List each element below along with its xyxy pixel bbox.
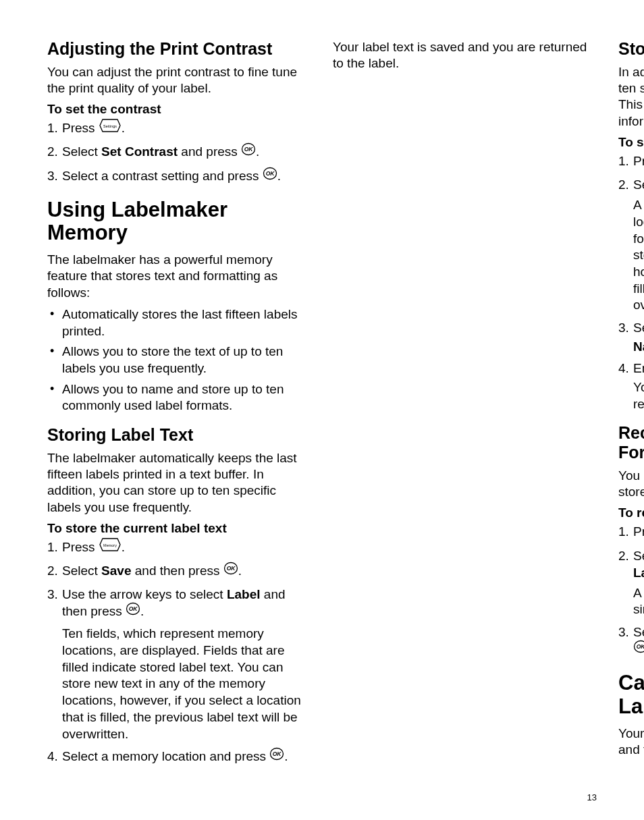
paragraph: You can easily recall labels and formats…: [618, 468, 644, 501]
step: Select a contrast setting and press OK.: [47, 167, 311, 186]
step: Select a field and press OK. The word Na…: [618, 319, 644, 355]
step: Select Save and then press OK.: [47, 562, 311, 581]
svg-text:OK: OK: [226, 565, 236, 572]
paragraph: The labelmaker automatically keeps the l…: [47, 450, 311, 516]
ok-button-icon: OK: [223, 561, 238, 580]
step: Select Recall and then Label, Format, or…: [618, 547, 644, 619]
document-page: Adjusting the Print Contrast You can adj…: [0, 0, 644, 820]
svg-text:OK: OK: [129, 605, 138, 612]
step-note: Ten fields, which represent memory locat…: [62, 626, 311, 742]
heading-using-memory: Using Labelmaker Memory: [47, 198, 311, 245]
bullet: Automatically stores the last fifteen la…: [47, 306, 311, 339]
svg-text:OK: OK: [273, 750, 282, 757]
subhead-store-label: To store the current label text: [47, 521, 311, 536]
bullet: Allows you to name and store up to ten c…: [47, 381, 311, 414]
heading-storing-label-text: Storing Label Text: [47, 425, 311, 445]
svg-text:OK: OK: [637, 643, 644, 650]
step-note: A list of memory locations is displayed …: [633, 585, 644, 618]
svg-text:OK: OK: [244, 146, 254, 153]
paragraph: In addition to label text, you can store…: [618, 64, 644, 130]
step: Select a memory location and press OK.: [47, 748, 311, 767]
svg-text:OK: OK: [265, 170, 275, 177]
heading-storing-formats: Storing Formats: [618, 39, 644, 59]
step: Select a label or format to recall and p…: [618, 624, 644, 659]
ok-button-icon: OK: [263, 166, 277, 185]
subhead-set-contrast: To set the contrast: [47, 102, 311, 117]
step-note: A list of ten fields, which represent me…: [633, 197, 644, 314]
ok-button-icon: OK: [269, 746, 284, 765]
step: Press Memory.: [47, 539, 311, 557]
step: Press Memory.: [618, 523, 644, 542]
ok-button-icon: OK: [126, 601, 140, 620]
svg-text:Memory: Memory: [103, 543, 117, 547]
paragraph: Your label text is saved and you are ret…: [333, 39, 597, 72]
heading-caring: Caring for Your Labelmaker: [618, 672, 644, 718]
ok-button-icon: OK: [633, 639, 644, 658]
step: Press Memory.: [618, 153, 644, 171]
subhead-recall: To recall labels or formats: [618, 505, 644, 520]
heading-recalling: Recalling Stored Labels and Formats: [618, 423, 644, 462]
paragraph: You can adjust the print contrast to fin…: [47, 64, 311, 97]
bullet: Allows you to store the text of up to te…: [47, 344, 311, 377]
settings-button-icon: Settings: [99, 118, 122, 137]
svg-text:Settings: Settings: [103, 124, 117, 128]
step: Press Settings.: [47, 119, 311, 138]
step: Enter a name for the format and press OK…: [618, 360, 644, 412]
page-number: 13: [587, 792, 597, 802]
subhead-store-format: To store the current format: [618, 135, 644, 150]
memory-button-icon: Memory: [99, 537, 122, 556]
paragraph: The labelmaker has a powerful memory fea…: [47, 252, 311, 301]
step: Select Save and then Format. A list of t…: [618, 176, 644, 314]
step: Use the arrow keys to select Label and t…: [47, 586, 311, 742]
step: Select Set Contrast and press OK.: [47, 143, 311, 162]
ok-button-icon: OK: [241, 142, 256, 161]
heading-adjust-contrast: Adjusting the Print Contrast: [47, 39, 311, 59]
